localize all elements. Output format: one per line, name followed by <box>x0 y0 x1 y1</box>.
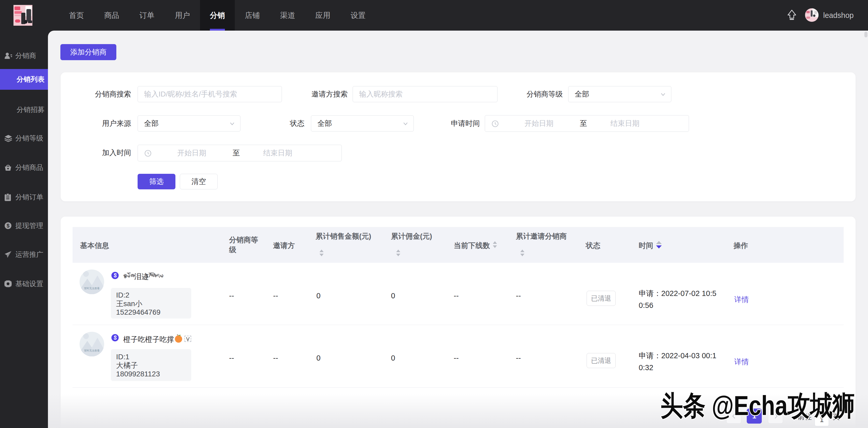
svg-text:$: $ <box>6 223 9 229</box>
